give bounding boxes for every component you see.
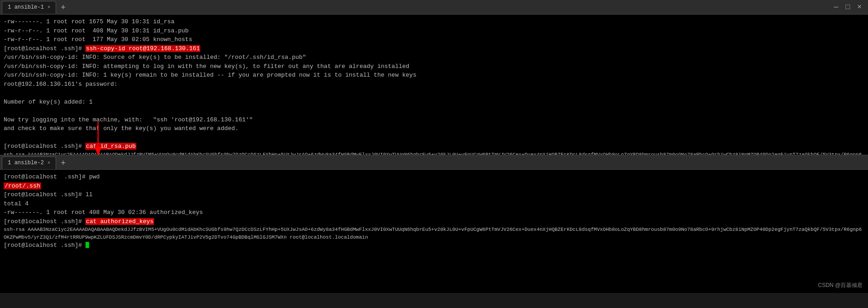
cat-id-rsa-pub-command: cat id_rsa.pub [85, 143, 136, 150]
terminal-line-7: /usr/bin/ssh-copy-id: INFO: 1 key(s) rem… [4, 71, 864, 80]
tab-ansible-1-label: 1 ansible-1 [8, 4, 44, 10]
terminal-line-14 [4, 133, 864, 142]
terminal-line-10: Number of key(s) added: 1 [4, 98, 864, 107]
tab-ansible-2-close[interactable]: × [47, 161, 50, 166]
terminal-line-16: ssh-rsa AAAAB3NzaC1yc2EAAAADAQABAABAQDek… [4, 151, 864, 157]
terminal-line-2: -rw-r--r--. 1 root root 408 May 30 10:31… [4, 26, 864, 36]
terminal-bottom-panel: [root@localhost .ssh]# pwd /root/.ssh [r… [0, 170, 868, 293]
bottom-line-6: [root@localhost .ssh]# cat authorized_ke… [4, 217, 864, 226]
bottom-line-4: total 4 [4, 199, 864, 209]
terminal-line-9 [4, 89, 864, 98]
terminal-line-13: and check to make sure that only the key… [4, 124, 864, 133]
terminal-line-11 [4, 106, 864, 115]
tab-ansible-1[interactable]: 1 ansible-1 × [2, 1, 56, 14]
terminal-line-4: [root@localhost .ssh]# ssh-copy-id root@… [4, 44, 864, 53]
bottom-line-8: [root@localhost .ssh]# █ [4, 241, 864, 250]
terminal-top-panel: -rw-------. 1 root root 1675 May 30 10:3… [0, 15, 868, 156]
close-window-button[interactable]: × [854, 3, 864, 11]
minimize-button[interactable]: — [831, 3, 841, 11]
tab-ansible-1-close[interactable]: × [47, 5, 50, 10]
terminal-line-5: /usr/bin/ssh-copy-id: INFO: Source of ke… [4, 53, 864, 62]
cat-authorized-keys-command: cat authorized_keys [85, 218, 154, 225]
terminal-line-3: -rw-r--r--. 1 root root 177 May 30 02:05… [4, 35, 864, 44]
terminal-line-12: Now try logging into the machine, with: … [4, 115, 864, 125]
new-tab-top-button[interactable]: + [57, 3, 69, 11]
maximize-button[interactable]: □ [843, 3, 853, 11]
ssh-copy-id-command: ssh-copy-id root@192.168.130.161 [85, 45, 200, 52]
bottom-tab-bar: 1 ansible-2 × + [0, 156, 868, 170]
top-tab-bar: 1 ansible-1 × + — □ × [0, 0, 868, 15]
bottom-line-1: [root@localhost .ssh]# pwd [4, 172, 864, 182]
watermark: CSDN @百基倾君 [818, 282, 863, 289]
terminal-line-8: root@192.168.130.161's password: [4, 80, 864, 89]
window-controls: — □ × [827, 0, 868, 15]
tab-ansible-2[interactable]: 1 ansible-2 × [2, 157, 56, 169]
bottom-line-3: [root@localhost .ssh]# ll [4, 190, 864, 199]
bottom-line-5: -rw-------. 1 root root 408 May 30 02:36… [4, 208, 864, 217]
terminal-line-15: [root@localhost .ssh]# cat id_rsa.pub [4, 142, 864, 151]
bottom-line-2: /root/.ssh [4, 182, 864, 191]
tab-ansible-2-label: 1 ansible-2 [8, 160, 44, 166]
terminal-line-1: -rw-------. 1 root root 1675 May 30 10:3… [4, 17, 864, 26]
new-tab-bottom-button[interactable]: + [57, 159, 69, 167]
bottom-line-7: ssh-rsa AAAAB3NzaC1yc2EAAAADAQABAABAQDek… [4, 226, 864, 241]
terminal-line-6: /usr/bin/ssh-copy-id: INFO: attempting t… [4, 62, 864, 71]
